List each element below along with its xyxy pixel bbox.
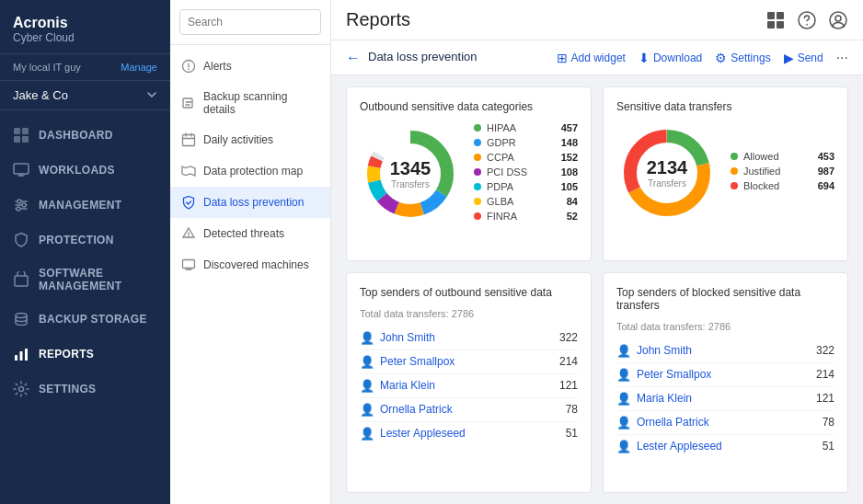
middle-nav-data-protection[interactable]: Data protection map <box>170 155 330 187</box>
transfers-unit: Transfers <box>647 178 688 189</box>
machine-icon <box>181 258 196 272</box>
middle-nav-daily-activities[interactable]: Daily activities <box>170 124 330 155</box>
middle-nav: Alerts Backup scanning details Daily act… <box>170 45 330 504</box>
sender-count-4: 78 <box>566 403 578 416</box>
blocked-name: Blocked <box>743 180 812 191</box>
sender-name-5[interactable]: Lester Appleseed <box>380 427 560 440</box>
justified-val: 987 <box>818 166 834 177</box>
grid-view-icon[interactable] <box>765 10 786 30</box>
ccpa-val: 152 <box>561 152 578 163</box>
database-icon <box>13 311 29 327</box>
sender-name-4[interactable]: Ornella Patrick <box>380 403 560 416</box>
send-label: Send <box>798 52 823 64</box>
sidebar-item-workloads[interactable]: WORKLOADS <box>0 153 170 188</box>
allowed-val: 453 <box>818 151 834 162</box>
svg-rect-0 <box>14 128 20 134</box>
calendar-icon <box>181 132 196 147</box>
sidebar-item-reports[interactable]: REPORTS <box>0 337 170 372</box>
more-options-button[interactable]: ··· <box>836 50 848 66</box>
middle-nav-data-loss[interactable]: Data loss prevention <box>170 187 330 218</box>
sidebar-item-dashboard[interactable]: DASHBOARD <box>0 118 170 153</box>
blocked-count-2: 214 <box>816 368 834 381</box>
pdpa-dot <box>474 183 481 190</box>
user-icon-2: 👤 <box>360 355 374 369</box>
user-icon-3: 👤 <box>360 379 374 393</box>
blocked-name-5[interactable]: Lester Appleseed <box>637 440 817 452</box>
download-label: Download <box>653 52 702 64</box>
settings-button[interactable]: ⚙ Settings <box>715 51 770 65</box>
user-icon[interactable] <box>828 10 848 30</box>
blocked-dot <box>731 182 738 189</box>
svg-rect-15 <box>183 98 192 108</box>
sidebar-item-settings[interactable]: SETTINGS <box>0 372 170 407</box>
blocked-count-5: 51 <box>823 440 834 452</box>
blocked-count-1: 322 <box>816 344 834 357</box>
search-box <box>170 0 330 45</box>
justified-dot <box>731 167 738 175</box>
sidebar-item-software[interactable]: SOFTWAREMANAGEMENT <box>0 258 170 303</box>
add-widget-label: Add widget <box>571 52 626 64</box>
list-item: 👤 Ornella Patrick 78 <box>360 398 578 422</box>
list-item: 👤 Ornella Patrick 78 <box>616 411 834 435</box>
pcidss-name: PCI DSS <box>487 166 556 178</box>
top-blocked-list: 👤 John Smith 322 👤 Peter Smallpox 214 👤 … <box>616 339 834 458</box>
middle-nav-detected-threats[interactable]: Detected threats <box>170 218 330 249</box>
page-title: Reports <box>346 9 410 30</box>
svg-point-7 <box>17 207 20 211</box>
svg-rect-16 <box>183 135 195 146</box>
hipaa-name: HIPAA <box>487 122 556 133</box>
sidebar: Acronis Cyber Cloud My local IT guy Mana… <box>0 0 170 504</box>
sidebar-label-software: SOFTWAREMANAGEMENT <box>39 267 121 293</box>
sender-count-3: 121 <box>559 379 578 392</box>
sender-name-2[interactable]: Peter Smallpox <box>380 355 554 368</box>
help-icon[interactable] <box>797 10 817 30</box>
search-input[interactable] <box>179 9 321 35</box>
sidebar-label-backup: BACKUP STORAGE <box>39 313 147 326</box>
user-icon-4: 👤 <box>360 403 374 417</box>
glba-dot <box>474 198 481 205</box>
blocked-name-2[interactable]: Peter Smallpox <box>637 368 811 381</box>
sidebar-item-management[interactable]: MANAGEMENT <box>0 188 170 223</box>
list-item: 👤 Maria Klein 121 <box>360 374 578 398</box>
widget-top-blocked: Top senders of blocked sensitive data tr… <box>603 272 848 494</box>
blocked-count-4: 78 <box>823 416 834 429</box>
sidebar-label-management: MANAGEMENT <box>39 199 121 212</box>
sidebar-item-backup[interactable]: BACKUP STORAGE <box>0 302 170 337</box>
svg-point-24 <box>835 16 841 21</box>
middle-nav-backup-scanning[interactable]: Backup scanning details <box>170 82 330 124</box>
top-blocked-subtitle: Total data transfers: 2786 <box>616 321 834 332</box>
manage-link[interactable]: Manage <box>121 62 157 73</box>
download-icon: ⬇ <box>639 51 650 65</box>
top-blocked-title: Top senders of blocked sensitive data tr… <box>616 286 834 312</box>
sender-name-1[interactable]: John Smith <box>380 331 554 344</box>
middle-nav-alerts[interactable]: Alerts <box>170 51 330 82</box>
list-item: 👤 Peter Smallpox 214 <box>360 350 578 374</box>
sidebar-item-protection[interactable]: PROTECTION <box>0 223 170 258</box>
top-bar-actions <box>765 10 848 30</box>
download-button[interactable]: ⬇ Download <box>639 51 702 65</box>
transfers-count: 2134 <box>647 156 688 178</box>
transfers-legend: Allowed 453 Justified 987 Blocked 694 <box>731 151 834 195</box>
sender-count-5: 51 <box>566 427 578 440</box>
user-icon-b1: 👤 <box>616 344 631 358</box>
sender-count-2: 214 <box>559 355 578 368</box>
allowed-name: Allowed <box>743 151 812 162</box>
blocked-name-3[interactable]: Maria Klein <box>637 392 811 405</box>
legend-blocked: Blocked 694 <box>731 180 834 191</box>
legend-hipaa: HIPAA 457 <box>474 122 578 133</box>
back-button[interactable]: ← <box>346 50 361 66</box>
middle-nav-discovered[interactable]: Discovered machines <box>170 249 330 281</box>
blocked-name-1[interactable]: John Smith <box>637 344 811 357</box>
blocked-name-4[interactable]: Ornella Patrick <box>637 416 817 429</box>
legend-allowed: Allowed 453 <box>731 151 834 162</box>
add-widget-button[interactable]: ⊞ Add widget <box>557 51 626 65</box>
sender-name-3[interactable]: Maria Klein <box>380 379 554 392</box>
top-senders-list: 👤 John Smith 322 👤 Peter Smallpox 214 👤 … <box>360 326 578 445</box>
gdpr-name: GDPR <box>487 137 556 148</box>
legend-pcidss: PCI DSS 108 <box>474 166 578 178</box>
list-item: 👤 Maria Klein 121 <box>616 387 834 411</box>
outbound-count: 1345 <box>390 157 432 179</box>
send-button[interactable]: ▶ Send <box>784 51 823 65</box>
account-row[interactable]: Jake & Co <box>0 81 170 110</box>
svg-rect-2 <box>14 136 20 143</box>
